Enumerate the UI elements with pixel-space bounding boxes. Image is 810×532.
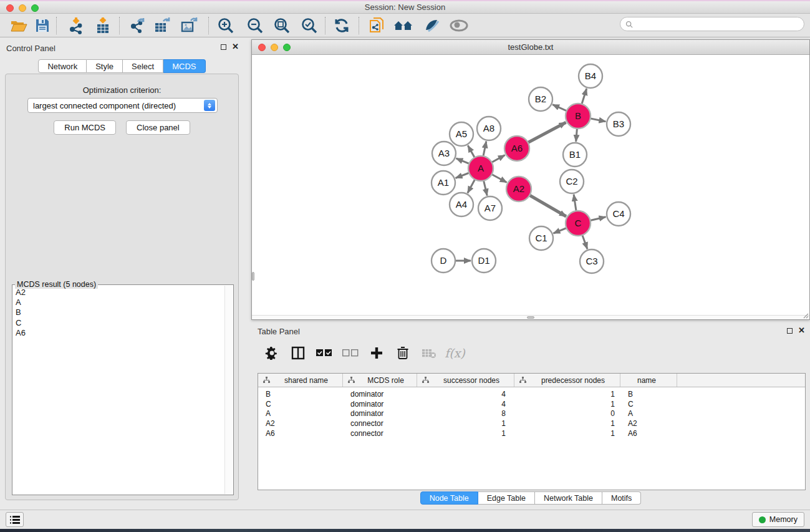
network-zoom-button[interactable] <box>283 44 291 51</box>
table-row[interactable]: Adominator80A <box>258 409 805 419</box>
table-cell[interactable]: B <box>258 390 343 400</box>
node-table[interactable]: shared nameMCDS rolesuccessor nodesprede… <box>258 373 806 490</box>
export-table-button[interactable] <box>152 16 173 36</box>
table-cell[interactable]: A <box>620 409 677 419</box>
table-cell[interactable]: 4 <box>417 390 514 400</box>
table-close-panel-icon[interactable]: ✕ <box>798 327 805 334</box>
table-cell[interactable]: dominator <box>343 409 417 419</box>
node-C3[interactable]: C3 <box>580 249 604 273</box>
column-header-MCDS-role[interactable]: MCDS role <box>343 374 417 387</box>
result-scrollbar[interactable] <box>224 286 233 494</box>
node-A[interactable]: A <box>468 156 493 181</box>
tab-style[interactable]: Style <box>87 59 123 73</box>
table-row[interactable]: A2connector11A2 <box>258 419 805 429</box>
table-cell[interactable]: 1 <box>514 419 620 429</box>
float-panel-icon[interactable] <box>221 44 226 50</box>
import-table-button[interactable] <box>92 16 113 36</box>
table-row[interactable]: Bdominator41B <box>258 390 805 400</box>
open-session-button[interactable] <box>8 16 29 36</box>
mcds-result-item[interactable]: A6 <box>13 328 224 338</box>
node-A1[interactable]: A1 <box>432 171 455 195</box>
search-field[interactable] <box>620 17 804 31</box>
table-cell[interactable]: 1 <box>514 429 620 439</box>
node-D1[interactable]: D1 <box>472 249 496 273</box>
tab-network-table[interactable]: Network Table <box>535 491 602 505</box>
memory-button[interactable]: Memory <box>752 512 804 527</box>
new-network-from-file-button[interactable] <box>367 16 388 36</box>
node-A2[interactable]: A2 <box>506 177 531 201</box>
save-session-button[interactable] <box>32 16 53 36</box>
close-window-button[interactable] <box>6 4 14 12</box>
tab-motifs[interactable]: Motifs <box>602 491 641 505</box>
show-hide-button[interactable] <box>448 16 470 36</box>
table-cell[interactable]: 1 <box>417 419 514 429</box>
node-C2[interactable]: C2 <box>560 170 584 193</box>
table-float-panel-icon[interactable] <box>787 328 793 334</box>
column-header-successor-nodes[interactable]: successor nodes <box>417 374 514 387</box>
node-B[interactable]: B <box>566 104 591 128</box>
search-input[interactable] <box>636 20 804 29</box>
resize-grip[interactable] <box>802 312 809 319</box>
table-cell[interactable]: A6 <box>620 429 677 439</box>
delete-table-button[interactable] <box>418 343 439 363</box>
delete-column-button[interactable] <box>392 343 413 363</box>
tab-edge-table[interactable]: Edge Table <box>478 491 535 505</box>
table-cell[interactable]: 1 <box>417 429 514 439</box>
network-minimize-button[interactable] <box>271 44 278 51</box>
deselect-all-columns-button[interactable] <box>340 343 360 363</box>
table-cell[interactable]: C <box>258 400 343 410</box>
node-B2[interactable]: B2 <box>529 87 552 111</box>
table-cell[interactable]: dominator <box>343 400 417 410</box>
table-cell[interactable]: A2 <box>258 419 343 429</box>
zoom-selected-button[interactable] <box>299 16 320 36</box>
import-network-button[interactable] <box>65 16 87 36</box>
task-history-button[interactable] <box>6 512 24 527</box>
table-cell[interactable]: 1 <box>514 390 620 400</box>
tab-select[interactable]: Select <box>123 59 163 73</box>
minimize-window-button[interactable] <box>19 4 26 12</box>
node-A6[interactable]: A6 <box>504 136 529 161</box>
criterion-select[interactable]: largest connected component (directed) <box>27 98 218 113</box>
zoom-fit-button[interactable] <box>271 16 292 36</box>
table-cell[interactable]: A6 <box>258 429 343 439</box>
create-column-button[interactable] <box>366 343 387 363</box>
home-button[interactable] <box>393 16 414 36</box>
export-network-button[interactable] <box>127 16 148 36</box>
zoom-in-button[interactable] <box>215 16 236 36</box>
export-image-button[interactable] <box>178 16 200 36</box>
mcds-result-item[interactable]: C <box>13 318 224 328</box>
close-panel-icon[interactable]: ✕ <box>232 44 239 50</box>
tab-mcds[interactable]: MCDS <box>163 59 205 73</box>
column-header-shared-name[interactable]: shared name <box>258 374 343 387</box>
node-A4[interactable]: A4 <box>450 193 473 216</box>
mcds-result-item[interactable]: B <box>13 307 224 317</box>
table-cell[interactable]: connector <box>343 419 417 429</box>
column-header-predecessor-nodes[interactable]: predecessor nodes <box>514 374 620 387</box>
network-canvas[interactable]: B4B2BB3A8A5A6A3B1AA1C2A2A4A7C4CC1C3DD1 <box>252 55 809 315</box>
show-columns-button[interactable] <box>287 343 308 363</box>
node-B1[interactable]: B1 <box>563 143 587 167</box>
table-row[interactable]: A6connector11A6 <box>258 429 805 439</box>
node-B3[interactable]: B3 <box>607 112 630 136</box>
close-panel-button[interactable]: Close panel <box>126 120 190 135</box>
refresh-button[interactable] <box>331 16 352 36</box>
horizontal-scroll-thumb[interactable] <box>527 316 534 319</box>
table-cell[interactable]: A2 <box>620 419 677 429</box>
table-row[interactable]: Cdominator41C <box>258 400 805 410</box>
tab-node-table[interactable]: Node Table <box>420 491 478 505</box>
table-cell[interactable]: connector <box>343 429 417 439</box>
node-D[interactable]: D <box>432 249 455 273</box>
vertical-scroll-thumb[interactable] <box>252 272 254 281</box>
mcds-result-item[interactable]: A2 <box>13 288 224 297</box>
zoom-out-button[interactable] <box>244 16 266 36</box>
node-A3[interactable]: A3 <box>432 142 456 165</box>
table-cell[interactable]: 1 <box>514 400 620 410</box>
node-C[interactable]: C <box>566 211 591 236</box>
run-mcds-button[interactable]: Run MCDS <box>54 120 116 135</box>
graphics-details-button[interactable] <box>421 16 442 36</box>
tab-network[interactable]: Network <box>38 59 87 73</box>
table-cell[interactable]: dominator <box>343 390 417 400</box>
column-header-name[interactable]: name <box>620 374 677 387</box>
table-cell[interactable]: B <box>620 390 677 400</box>
network-close-button[interactable] <box>258 44 266 51</box>
